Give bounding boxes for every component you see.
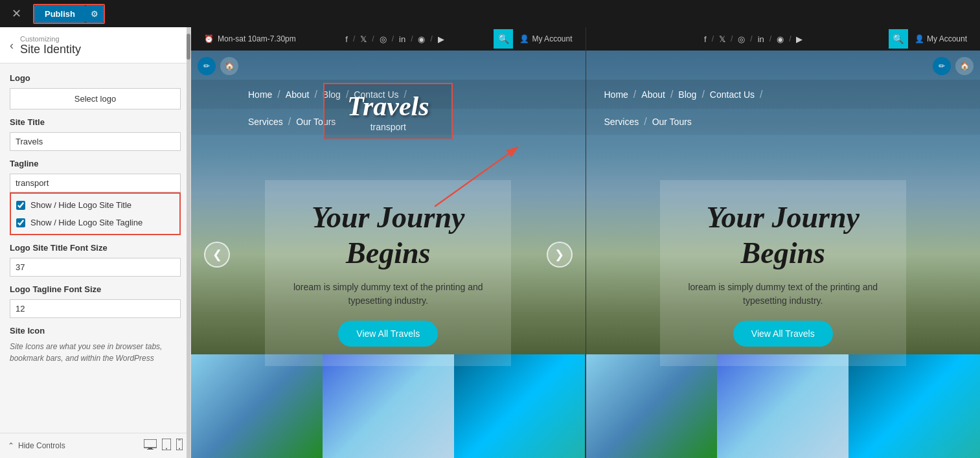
svg-rect-1 bbox=[148, 448, 152, 449]
hero-heading-right: Your Journy Begins bbox=[686, 200, 880, 271]
nav-services-r[interactable]: Services bbox=[599, 113, 644, 130]
show-hide-title-checkbox[interactable] bbox=[16, 201, 25, 210]
preview-split: ⏰ Mon-sat 10am-7.30pm f / 𝕏 / ◎ / in / bbox=[191, 27, 980, 458]
twitter-link[interactable]: 𝕏 bbox=[360, 34, 367, 44]
linkedin-link[interactable]: in bbox=[399, 34, 405, 44]
twitter-link-r[interactable]: 𝕏 bbox=[719, 34, 725, 44]
nav-home-r[interactable]: Home bbox=[599, 86, 633, 103]
nav-services[interactable]: Services bbox=[243, 113, 288, 130]
preview-area: ⏰ Mon-sat 10am-7.30pm f / 𝕏 / ◎ / in / bbox=[191, 27, 980, 458]
tagline-input[interactable] bbox=[10, 174, 181, 192]
home-icon-left[interactable]: 🏠 bbox=[220, 57, 238, 75]
panel-customizing-label: Customizing bbox=[20, 35, 181, 43]
nav-contact-r[interactable]: Contact Us bbox=[705, 86, 760, 103]
show-hide-tagline-checkbox[interactable] bbox=[16, 218, 25, 227]
facebook-link[interactable]: f bbox=[345, 34, 348, 44]
carousel-prev-button[interactable]: ❮ bbox=[204, 242, 230, 268]
site-icon-label: Site Icon bbox=[10, 326, 181, 336]
hero-heading-line2-r: Begins bbox=[741, 236, 825, 269]
my-account-label-r: My Account bbox=[927, 34, 967, 43]
social-links-right: f / 𝕏 / ◎ / in / ◉ / ▶ bbox=[704, 34, 803, 44]
close-button[interactable]: ✕ bbox=[6, 4, 27, 23]
scrollbar[interactable] bbox=[187, 27, 190, 458]
svg-point-6 bbox=[179, 448, 180, 450]
carousel-next-button[interactable]: ❯ bbox=[547, 242, 573, 268]
site-title-input[interactable] bbox=[10, 132, 181, 151]
my-account-link-r[interactable]: 👤 My Account bbox=[915, 34, 967, 43]
preview-right: f / 𝕏 / ◎ / in / ◉ / ▶ bbox=[586, 27, 981, 458]
card-item-3 bbox=[454, 354, 586, 458]
hours-text: Mon-sat 10am-7.30pm bbox=[218, 34, 296, 43]
logo-title-font-size-input[interactable] bbox=[10, 258, 181, 277]
pinterest-link[interactable]: ◉ bbox=[418, 34, 425, 44]
site-search-button-r[interactable]: 🔍 bbox=[889, 29, 908, 49]
card-item-1 bbox=[191, 354, 323, 458]
site-tagline-display: transport bbox=[337, 122, 439, 132]
nav-blog-r[interactable]: Blog bbox=[673, 86, 701, 103]
hero-content-right: Your Journy Begins loream is simply dumm… bbox=[660, 180, 906, 366]
right-site: f / 𝕏 / ◎ / in / ◉ / ▶ bbox=[586, 27, 981, 458]
instagram-link[interactable]: ◎ bbox=[380, 34, 387, 44]
hide-controls-label: Hide Controls bbox=[18, 441, 65, 450]
site-top-right: 🔍 👤 My Account bbox=[494, 29, 572, 49]
nav-row-2-right: Services / Our Tours bbox=[586, 109, 981, 135]
logo-section-label: Logo bbox=[10, 73, 181, 83]
card-item-3-r bbox=[849, 354, 980, 458]
site-top-right-r: 🔍 👤 My Account bbox=[889, 29, 967, 49]
youtube-link[interactable]: ▶ bbox=[438, 34, 444, 44]
svg-point-4 bbox=[166, 448, 167, 450]
hero-heading-line1-r: Your Journy bbox=[707, 201, 860, 234]
nav-home[interactable]: Home bbox=[243, 86, 277, 103]
view-all-button[interactable]: View All Travels bbox=[338, 321, 438, 347]
card-item-2-r bbox=[717, 354, 849, 458]
show-hide-tagline-label: Show / Hide Logo Site Tagline bbox=[30, 218, 142, 227]
instagram-link-r[interactable]: ◎ bbox=[738, 34, 745, 44]
panel-header: ‹ Customizing Site Identity bbox=[0, 27, 190, 63]
nav-about[interactable]: About bbox=[280, 86, 315, 103]
desktop-icon-button[interactable] bbox=[144, 439, 157, 453]
site-hours: ⏰ Mon-sat 10am-7.30pm bbox=[204, 34, 296, 43]
publish-button[interactable]: Publish bbox=[34, 5, 85, 23]
edit-icon-left[interactable]: ✏ bbox=[198, 57, 216, 75]
chevron-icon: ⌃ bbox=[8, 441, 14, 450]
gear-button[interactable]: ⚙ bbox=[85, 5, 104, 23]
mobile-icon-button[interactable] bbox=[176, 439, 183, 453]
home-icon-right[interactable]: 🏠 bbox=[955, 57, 974, 75]
youtube-link-r[interactable]: ▶ bbox=[796, 34, 803, 44]
site-topbar: ⏰ Mon-sat 10am-7.30pm f / 𝕏 / ◎ / in / bbox=[191, 27, 586, 51]
checkboxes-group: Show / Hide Logo Site Title Show / Hide … bbox=[10, 192, 181, 235]
nav-our-tours-r[interactable]: Our Tours bbox=[647, 113, 697, 130]
site-title-display: Travels bbox=[337, 91, 439, 122]
left-panel: ‹ Customizing Site Identity Logo Select … bbox=[0, 27, 191, 458]
hero-subtext-right: loream is simply dummy text of the print… bbox=[686, 281, 880, 308]
my-account-link[interactable]: 👤 My Account bbox=[519, 34, 572, 43]
clock-icon: ⏰ bbox=[204, 34, 214, 43]
tablet-icon-button[interactable] bbox=[162, 439, 171, 453]
card-item-1-r bbox=[586, 354, 718, 458]
hero-subtext: loream is simply dummy text of the print… bbox=[291, 281, 485, 308]
pinterest-link-r[interactable]: ◉ bbox=[777, 34, 784, 44]
edit-icon-right[interactable]: ✏ bbox=[933, 57, 951, 75]
top-bar: ✕ Publish ⚙ bbox=[0, 0, 980, 27]
facebook-link-r[interactable]: f bbox=[704, 34, 707, 44]
my-account-label: My Account bbox=[532, 34, 572, 43]
site-search-button[interactable]: 🔍 bbox=[494, 29, 513, 49]
panel-title: Site Identity bbox=[20, 43, 181, 56]
svg-rect-0 bbox=[144, 439, 157, 448]
site-title-label: Site Title bbox=[10, 117, 181, 127]
select-logo-button[interactable]: Select logo bbox=[10, 88, 181, 109]
left-site: ⏰ Mon-sat 10am-7.30pm f / 𝕏 / ◎ / in / bbox=[191, 27, 586, 458]
show-hide-tagline-row: Show / Hide Logo Site Tagline bbox=[14, 214, 177, 231]
panel-content: Logo Select logo Site Title Tagline Show… bbox=[0, 63, 190, 433]
panel-title-group: Customizing Site Identity bbox=[20, 35, 181, 56]
cards-row-right bbox=[586, 354, 981, 458]
nav-about-r[interactable]: About bbox=[636, 86, 670, 103]
view-all-button-right[interactable]: View All Travels bbox=[733, 321, 833, 347]
user-icon: 👤 bbox=[519, 34, 529, 43]
linkedin-link-r[interactable]: in bbox=[758, 34, 764, 44]
logo-tagline-font-size-input[interactable] bbox=[10, 299, 181, 318]
hide-controls-button[interactable]: ⌃ Hide Controls bbox=[8, 441, 65, 450]
back-button[interactable]: ‹ bbox=[10, 39, 14, 52]
hero-heading-line2: Begins bbox=[346, 236, 430, 269]
hero-section: ✏ 🏠 Home / About / Blog / Contact Us / bbox=[191, 51, 586, 458]
